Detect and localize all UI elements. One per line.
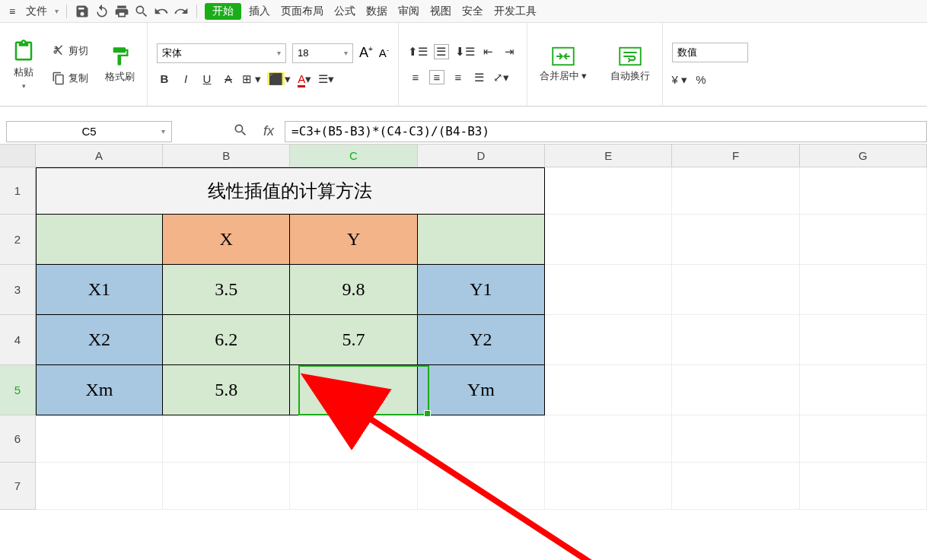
cell-d2[interactable] [418, 215, 545, 265]
cell-b6[interactable] [163, 415, 290, 463]
cell-c4[interactable]: 5.7 [290, 315, 417, 365]
currency-icon[interactable]: ¥ ▾ [672, 73, 688, 87]
align-left-icon[interactable]: ≡ [408, 71, 423, 84]
cell-f1[interactable] [672, 167, 799, 215]
cell-c2[interactable]: Y [290, 215, 417, 265]
align-middle-icon[interactable]: ☰ [434, 44, 449, 59]
decrease-indent-icon[interactable]: ⇤ [481, 45, 496, 59]
strikethrough-button[interactable]: A [221, 72, 236, 85]
cell-g2[interactable] [800, 215, 927, 265]
percent-icon[interactable]: % [693, 73, 709, 86]
zoom-icon[interactable] [233, 123, 248, 141]
row-header-7[interactable]: 7 [0, 463, 36, 510]
cell-b2[interactable]: X [163, 215, 290, 265]
format-painter-button[interactable]: 格式刷 [102, 43, 138, 87]
cell-b7[interactable] [163, 463, 290, 510]
font-size-select[interactable]: 18▾ [292, 43, 353, 63]
select-all-corner[interactable] [0, 145, 36, 167]
redo-icon[interactable] [174, 4, 189, 19]
save-icon[interactable] [75, 4, 90, 19]
cell-d4[interactable]: Y2 [418, 315, 545, 365]
align-top-icon[interactable]: ⬆☰ [408, 45, 428, 59]
increase-font-icon[interactable]: A+ [359, 45, 373, 61]
decrease-font-icon[interactable]: A- [379, 46, 389, 59]
menu-file[interactable]: 文件 [23, 3, 50, 20]
cell-f7[interactable] [672, 463, 799, 510]
paste-button[interactable]: 粘贴 ▾ [9, 37, 38, 93]
cell-g7[interactable] [800, 463, 927, 510]
tab-formula[interactable]: 公式 [331, 3, 358, 20]
cell-a2[interactable] [36, 215, 163, 265]
fill-color-button[interactable]: ⬛▾ [267, 72, 291, 86]
col-header-e[interactable]: E [545, 145, 672, 167]
align-right-icon[interactable]: ≡ [451, 71, 466, 84]
cell-e3[interactable] [545, 265, 672, 315]
cell-a6[interactable] [36, 415, 163, 463]
tab-page-layout[interactable]: 页面布局 [278, 3, 327, 20]
cell-c6[interactable] [290, 415, 417, 463]
cell-a5[interactable]: Xm [36, 365, 163, 415]
tab-view[interactable]: 视图 [427, 3, 454, 20]
cell-b5[interactable]: 5.8 [163, 365, 290, 415]
tab-insert[interactable]: 插入 [246, 3, 273, 20]
cell-c3[interactable]: 9.8 [290, 265, 417, 315]
align-bottom-icon[interactable]: ⬇☰ [455, 45, 475, 59]
cell-a7[interactable] [36, 463, 163, 510]
font-color-button[interactable]: A▾ [297, 72, 312, 86]
col-header-b[interactable]: B [163, 145, 290, 167]
col-header-c[interactable]: C [290, 145, 417, 167]
increase-indent-icon[interactable]: ⇥ [502, 45, 518, 59]
tab-security[interactable]: 安全 [459, 3, 486, 20]
cell-a1-merged[interactable]: 线性插值的计算方法 [36, 167, 545, 215]
cell-e2[interactable] [545, 215, 672, 265]
fx-icon[interactable]: fx [263, 123, 274, 139]
undo2-icon[interactable] [154, 4, 169, 19]
copy-button[interactable]: 复制 [49, 70, 91, 87]
row-header-2[interactable]: 2 [0, 215, 36, 265]
print-preview-icon[interactable] [134, 4, 149, 19]
justify-icon[interactable]: ☰ [472, 71, 487, 84]
cell-d5[interactable]: Ym [418, 365, 545, 415]
print-icon[interactable] [114, 4, 129, 19]
cell-f2[interactable] [672, 215, 799, 265]
cell-e6[interactable] [545, 415, 672, 463]
italic-button[interactable]: I [178, 72, 193, 85]
cell-b3[interactable]: 3.5 [163, 265, 290, 315]
col-header-d[interactable]: D [418, 145, 545, 167]
col-header-g[interactable]: G [800, 145, 927, 167]
cell-e4[interactable] [545, 315, 672, 365]
row-header-1[interactable]: 1 [0, 167, 36, 215]
bold-button[interactable]: B [157, 72, 172, 85]
col-header-f[interactable]: F [672, 145, 799, 167]
cell-f5[interactable] [672, 365, 799, 415]
undo-icon[interactable] [94, 4, 110, 19]
cell-d3[interactable]: Y1 [418, 265, 545, 315]
tab-review[interactable]: 审阅 [395, 3, 422, 20]
underline-button[interactable]: U [199, 72, 215, 85]
border-button[interactable]: ⊞ ▾ [242, 72, 261, 86]
name-box[interactable]: C5 [6, 121, 172, 142]
row-header-3[interactable]: 3 [0, 265, 36, 315]
tab-start[interactable]: 开始 [205, 3, 241, 20]
tab-data[interactable]: 数据 [363, 3, 390, 20]
cell-g5[interactable] [800, 365, 927, 415]
cell-b4[interactable]: 6.2 [163, 315, 290, 365]
menu-hamburger-icon[interactable]: ≡ [6, 4, 18, 19]
align-center-icon[interactable]: ≡ [429, 70, 444, 84]
phonetic-button[interactable]: ☰▾ [318, 72, 334, 86]
row-header-4[interactable]: 4 [0, 315, 36, 365]
cell-c5[interactable]: 6.3 [290, 365, 417, 415]
cell-f6[interactable] [672, 415, 799, 463]
cut-button[interactable]: 剪切 [49, 43, 91, 59]
merge-center-button[interactable]: 合并居中 ▾ [537, 43, 591, 86]
row-header-5[interactable]: 5 [0, 365, 36, 415]
cell-a4[interactable]: X2 [36, 315, 163, 365]
number-format-select[interactable]: 数值 [672, 43, 748, 62]
cell-e7[interactable] [545, 463, 672, 510]
cell-c7[interactable] [290, 463, 417, 510]
tab-developer[interactable]: 开发工具 [491, 3, 540, 20]
chevron-down-icon[interactable]: ▾ [55, 7, 59, 15]
cell-g4[interactable] [800, 315, 927, 365]
font-name-select[interactable]: 宋体▾ [157, 43, 286, 63]
cell-d7[interactable] [418, 463, 545, 510]
